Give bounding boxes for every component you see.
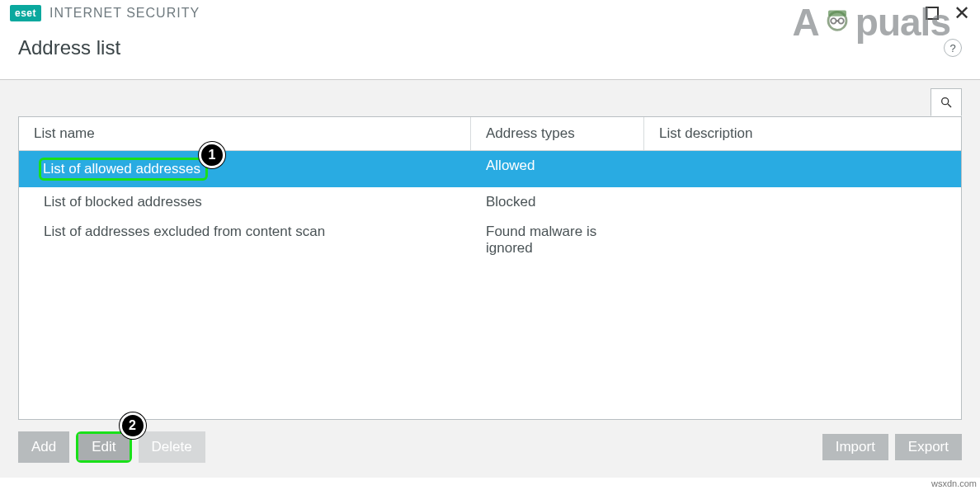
annotation-highlight-2: Edit 2	[76, 431, 131, 463]
cell-name: List of blocked addresses	[19, 187, 471, 217]
window-titlebar: eset INTERNET SECURITY ✕	[0, 0, 980, 23]
cell-types: Found malware is ignored	[471, 217, 644, 263]
cell-desc	[644, 187, 961, 217]
cell-types: Allowed	[471, 151, 644, 187]
row-name-text: List of allowed addresses	[43, 161, 200, 177]
cell-types: Blocked	[471, 187, 644, 217]
annotation-badge-1: 1	[199, 142, 225, 168]
search-icon	[940, 96, 953, 109]
table-row[interactable]: List of allowed addresses 1 Allowed	[19, 151, 961, 187]
delete-button[interactable]: Delete	[139, 431, 205, 463]
close-icon[interactable]: ✕	[954, 7, 970, 20]
export-button[interactable]: Export	[895, 434, 962, 460]
page-header: Address list ?	[0, 23, 980, 80]
annotation-highlight-1: List of allowed addresses 1	[39, 158, 208, 181]
footer-buttons: Add Edit 2 Delete Import Export	[18, 431, 962, 463]
col-header-types[interactable]: Address types	[471, 117, 644, 150]
help-button[interactable]: ?	[944, 39, 962, 57]
svg-point-0	[942, 98, 949, 105]
page-title: Address list	[18, 36, 120, 59]
window-controls: ✕	[926, 7, 970, 20]
table-body: List of allowed addresses 1 Allowed List…	[19, 151, 961, 263]
svg-line-1	[948, 104, 951, 107]
table-header: List name Address types List description	[19, 117, 961, 151]
cell-desc	[644, 217, 961, 263]
col-header-name[interactable]: List name	[19, 117, 471, 150]
cell-desc	[644, 151, 961, 187]
col-header-desc[interactable]: List description	[644, 117, 961, 150]
brand: eset INTERNET SECURITY	[10, 5, 200, 21]
right-button-group: Import Export	[822, 434, 962, 460]
address-list-table: List name Address types List description…	[18, 116, 962, 420]
cell-name: List of addresses excluded from content …	[19, 217, 471, 263]
annotation-badge-2: 2	[120, 412, 146, 439]
table-row[interactable]: List of blocked addresses Blocked	[19, 187, 961, 217]
left-button-group: Add Edit 2 Delete	[18, 431, 205, 463]
edit-button[interactable]: Edit	[78, 434, 129, 460]
add-button[interactable]: Add	[18, 431, 69, 463]
content-area: List name Address types List description…	[0, 80, 980, 478]
search-tab[interactable]	[931, 88, 962, 116]
watermark-source: wsxdn.com	[931, 478, 977, 488]
table-row[interactable]: List of addresses excluded from content …	[19, 217, 961, 263]
import-button[interactable]: Import	[822, 434, 888, 460]
cell-name: List of allowed addresses 1	[19, 151, 471, 187]
eset-logo: eset	[10, 5, 41, 21]
product-name: INTERNET SECURITY	[49, 6, 200, 21]
maximize-icon[interactable]	[926, 7, 939, 20]
